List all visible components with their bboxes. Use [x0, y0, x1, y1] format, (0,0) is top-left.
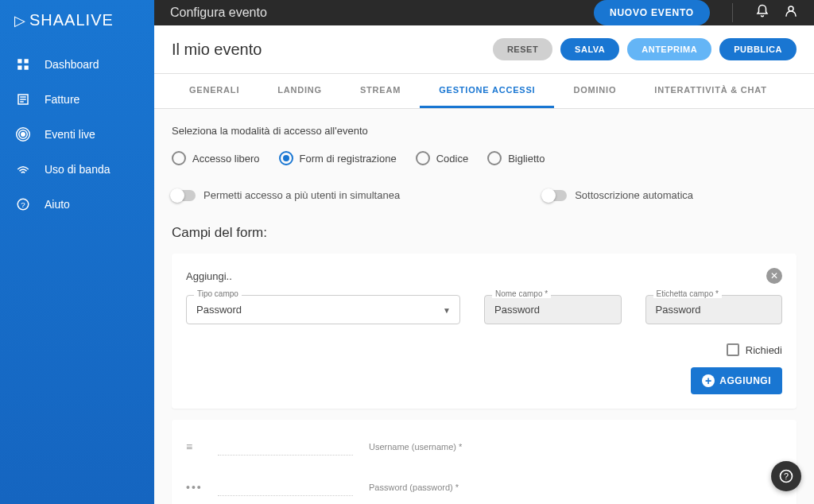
radio-icon: [416, 151, 430, 165]
sidebar-item-label: Dashboard: [45, 58, 99, 71]
password-icon[interactable]: •••: [186, 481, 202, 494]
sidebar-item-label: Eventi live: [45, 128, 95, 141]
tabs: GENERALI LANDING STREAM GESTIONE ACCESSI…: [154, 74, 814, 109]
plus-icon: +: [702, 374, 715, 387]
toggle-multi-user: Permetti accesso a più utenti in simulta…: [172, 189, 400, 201]
toggle-label: Sottoscrizione automatica: [575, 189, 693, 201]
radio-biglietto[interactable]: Biglietto: [487, 151, 545, 165]
field-label: Nome campo *: [492, 289, 551, 298]
sidebar-item-label: Uso di banda: [45, 163, 110, 176]
field-list-label: Password (password) *: [369, 483, 459, 492]
tipo-campo-select[interactable]: Password: [186, 295, 460, 324]
toggle-switch[interactable]: [172, 190, 196, 201]
tab-gestione-accessi[interactable]: GESTIONE ACCESSI: [420, 74, 554, 108]
topbar: Configura evento NUOVO EVENTO: [154, 0, 814, 25]
radio-accesso-libero[interactable]: Accesso libero: [172, 151, 260, 165]
sidebar-item-dashboard[interactable]: Dashboard: [0, 47, 154, 82]
radio-codice[interactable]: Codice: [416, 151, 468, 165]
close-icon[interactable]: ✕: [766, 268, 782, 284]
logo-mark-icon: ▷: [14, 12, 26, 29]
sidebar-item-banda[interactable]: Uso di banda: [0, 152, 154, 187]
svg-text:?: ?: [21, 200, 25, 209]
etichetta-campo-field: Etichetta campo *: [645, 295, 783, 324]
field-list-row: ≡ Username (username) *: [186, 426, 782, 467]
sidebar-item-fatture[interactable]: Fatture: [0, 82, 154, 117]
radio-icon: [172, 151, 186, 165]
sidebar-item-aiuto[interactable]: ? Aiuto: [0, 187, 154, 222]
svg-text:?: ?: [784, 471, 789, 481]
add-field-card: Aggiungi.. ✕ Tipo campo Password ▼ Nome …: [172, 254, 797, 409]
topbar-title: Configura evento: [170, 6, 594, 20]
radio-icon: [279, 151, 293, 165]
tab-stream[interactable]: STREAM: [341, 74, 420, 108]
preview-button[interactable]: ANTEPRIMA: [627, 38, 711, 60]
field-label: Tipo campo: [194, 289, 242, 298]
content: Seleziona la modalità di accesso all'eve…: [154, 109, 814, 504]
radio-label: Biglietto: [508, 153, 545, 165]
tab-dominio[interactable]: DOMINIO: [554, 74, 635, 108]
help-icon: ?: [16, 197, 30, 211]
dashboard-icon: [16, 57, 30, 72]
page-title: Il mio evento: [172, 41, 493, 59]
svg-rect-1: [25, 59, 29, 63]
new-event-button[interactable]: NUOVO EVENTO: [594, 0, 710, 25]
tab-generali[interactable]: GENERALI: [170, 74, 258, 108]
radio-label: Codice: [436, 153, 468, 165]
nome-campo-input[interactable]: [484, 295, 622, 324]
access-radios: Accesso libero Form di registrazione Cod…: [172, 151, 797, 165]
radio-label: Accesso libero: [192, 153, 260, 165]
svg-rect-0: [17, 59, 21, 63]
help-fab-button[interactable]: ?: [771, 461, 801, 491]
nome-campo-field: Nome campo *: [484, 295, 622, 324]
field-label: Etichetta campo *: [653, 289, 722, 298]
radio-icon: [487, 151, 502, 165]
svg-rect-3: [25, 66, 29, 70]
toggle-switch[interactable]: [543, 190, 567, 201]
save-button[interactable]: SALVA: [560, 38, 619, 60]
richiedi-checkbox[interactable]: Richiedi: [727, 343, 782, 356]
tipo-campo-field: Tipo campo Password ▼: [186, 295, 460, 324]
nav: Dashboard Fatture Eventi live Uso di ban…: [0, 37, 154, 222]
bell-icon[interactable]: [755, 4, 769, 21]
toggles-row: Permetti accesso a più utenti in simulta…: [172, 189, 797, 201]
drag-icon[interactable]: ≡: [186, 440, 202, 453]
svg-point-4: [21, 133, 25, 137]
radio-label: Form di registrazione: [300, 153, 397, 165]
publish-button[interactable]: PUBBLICA: [719, 38, 797, 60]
access-mode-label: Seleziona la modalità di accesso all'eve…: [172, 125, 797, 137]
field-list-label: Username (username) *: [369, 442, 462, 452]
radio-form-registrazione[interactable]: Form di registrazione: [279, 151, 397, 165]
toggle-auto-subscribe: Sottoscrizione automatica: [543, 189, 693, 201]
broadcast-icon: [16, 127, 30, 142]
etichetta-campo-input[interactable]: [645, 295, 783, 324]
sidebar-item-label: Aiuto: [45, 198, 70, 211]
svg-rect-2: [17, 66, 21, 70]
reset-button[interactable]: RESET: [493, 38, 552, 60]
checkbox-icon: [727, 343, 739, 356]
logo-text: SHAALIVE: [29, 11, 114, 29]
svg-point-9: [789, 6, 793, 11]
user-icon[interactable]: [784, 4, 798, 21]
field-value-input[interactable]: [218, 478, 353, 496]
card-title: Aggiungi..: [186, 270, 232, 282]
sidebar: ▷ SHAALIVE Dashboard Fatture Eventi live…: [0, 0, 154, 504]
logo: ▷ SHAALIVE: [0, 0, 154, 37]
form-fields-title: Campi del form:: [172, 225, 797, 241]
checkbox-label: Richiedi: [746, 344, 782, 356]
field-list-card: ≡ Username (username) * ••• Password (pa…: [172, 420, 797, 504]
sidebar-item-eventi[interactable]: Eventi live: [0, 117, 154, 152]
tab-landing[interactable]: LANDING: [258, 74, 341, 108]
aggiungi-button[interactable]: + AGGIUNGI: [691, 367, 782, 394]
tab-interattivita[interactable]: INTERATTIVITÀ & CHAT: [635, 74, 785, 108]
header: Il mio evento RESET SALVA ANTEPRIMA PUBB…: [154, 25, 814, 74]
field-list-row: ••• Password (password) *: [186, 467, 782, 504]
field-value-input[interactable]: [218, 437, 353, 456]
divider: [732, 3, 733, 22]
wifi-icon: [16, 162, 30, 176]
main: Configura evento NUOVO EVENTO Il mio eve…: [154, 0, 814, 504]
toggle-label: Permetti accesso a più utenti in simulta…: [204, 189, 400, 201]
button-label: AGGIUNGI: [719, 375, 771, 386]
document-icon: [16, 92, 30, 107]
sidebar-item-label: Fatture: [45, 93, 79, 106]
